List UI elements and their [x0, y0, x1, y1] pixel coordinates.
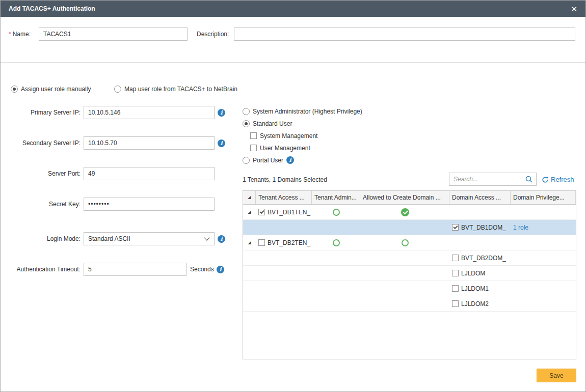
table-row[interactable]: ◢ BVT_DB1TEN_ — [243, 205, 576, 220]
checkbox-icon[interactable] — [250, 132, 257, 139]
column-tenant-admin[interactable]: Tenant Admin... — [312, 191, 360, 204]
header-expander-cell[interactable]: ◢ — [243, 191, 256, 204]
table-header: ◢ Tenant Access ... Tenant Admin... Allo… — [243, 191, 576, 205]
radio-icon[interactable] — [243, 108, 250, 115]
circle-status-icon[interactable] — [333, 239, 340, 246]
login-mode-label: Login Mode: — [1, 232, 81, 245]
radio-map-tacacs[interactable]: Map user role from TACACS+ to NetBrain — [114, 85, 237, 93]
tenant-table: ◢ Tenant Access ... Tenant Admin... Allo… — [243, 190, 576, 359]
expander-icon[interactable]: ◢ — [248, 241, 251, 245]
refresh-icon — [542, 176, 549, 183]
domain-name: BVT_DB1DOM_ — [461, 224, 506, 231]
radio-system-admin-label: System Administrator (Highest Privilege) — [253, 108, 362, 115]
checkbox-system-management[interactable]: System Management — [250, 132, 317, 139]
table-row[interactable]: BVT_DB2DOM_ — [243, 250, 576, 266]
refresh-label: Refresh — [551, 176, 574, 183]
name-input[interactable] — [39, 27, 188, 41]
checkbox-user-management[interactable]: User Management — [250, 144, 310, 152]
checkbox-icon[interactable] — [250, 145, 257, 151]
section-divider — [1, 62, 585, 63]
domain-name: LJLDOM2 — [461, 300, 489, 307]
radio-map-tacacs-label: Map user role from TACACS+ to NetBrain — [124, 86, 237, 93]
checkbox-icon[interactable] — [452, 300, 459, 307]
column-tenant-access[interactable]: Tenant Access ... — [256, 191, 312, 204]
checkbox-icon[interactable] — [258, 239, 265, 246]
checkbox-icon[interactable] — [452, 224, 459, 231]
radio-icon[interactable] — [243, 157, 250, 164]
checkbox-icon[interactable] — [258, 209, 265, 215]
table-row[interactable]: ◢ BVT_DB2TEN_ — [243, 235, 576, 250]
dialog-title: Add TACACS+ Authentication — [9, 5, 95, 12]
domain-name: BVT_DB2DOM_ — [461, 255, 506, 262]
refresh-button[interactable]: Refresh — [542, 176, 574, 183]
checkbox-icon[interactable] — [452, 255, 459, 261]
column-domain-privilege[interactable]: Domain Privilege... — [511, 191, 576, 204]
dialog-titlebar: Add TACACS+ Authentication ✕ — [1, 1, 585, 17]
table-row[interactable]: LJLDOM — [243, 266, 576, 281]
info-icon[interactable]: i — [218, 235, 225, 243]
checkbox-icon[interactable] — [452, 270, 459, 276]
radio-standard-user-label: Standard User — [253, 120, 292, 127]
name-label: *Name: — [9, 27, 31, 41]
radio-icon[interactable] — [11, 86, 18, 93]
info-icon[interactable]: i — [286, 156, 294, 164]
radio-assign-manual-label: Assign user role manually — [21, 86, 91, 93]
server-port-input[interactable] — [84, 167, 215, 180]
secret-key-label: Secret Key: — [1, 198, 81, 211]
domain-name: LJLDOM — [461, 270, 485, 277]
add-tacacs-dialog: Add TACACS+ Authentication ✕ *Name: Desc… — [0, 0, 586, 392]
expander-icon: ◢ — [248, 195, 251, 200]
chevron-down-icon — [204, 235, 209, 240]
search-icon[interactable] — [525, 175, 533, 183]
radio-assign-manual[interactable]: Assign user role manually — [11, 85, 91, 93]
table-row[interactable]: BVT_DB1DOM_ 1 role — [243, 220, 576, 235]
radio-system-admin[interactable]: System Administrator (Highest Privilege) — [243, 107, 362, 115]
circle-status-icon[interactable] — [402, 239, 409, 246]
timeout-suffix: Seconds — [190, 263, 214, 276]
radio-icon[interactable] — [243, 120, 250, 127]
server-port-label: Server Port: — [1, 167, 81, 180]
checkbox-user-management-label: User Management — [260, 145, 310, 152]
tenant-name: BVT_DB1TEN_ — [268, 209, 310, 216]
check-status-icon[interactable] — [401, 208, 409, 216]
radio-icon[interactable] — [114, 86, 121, 93]
expander-icon[interactable]: ◢ — [248, 210, 251, 214]
secondary-ip-label: Secondary Server IP: — [1, 136, 81, 150]
info-icon[interactable]: i — [218, 139, 225, 147]
login-mode-value: Standard ASCII — [88, 235, 130, 242]
info-icon[interactable]: i — [218, 109, 225, 117]
column-allowed-create-domain[interactable]: Allowed to Create Domain ... — [360, 191, 449, 204]
primary-ip-label: Primary Server IP: — [1, 106, 81, 119]
timeout-input[interactable] — [84, 263, 187, 276]
table-row[interactable]: LJLDOM2 — [243, 296, 576, 312]
tenant-search — [449, 173, 537, 186]
required-asterisk: * — [9, 31, 11, 38]
save-button[interactable]: Save — [537, 369, 576, 382]
checkbox-icon[interactable] — [452, 285, 459, 292]
radio-portal-user[interactable]: Portal User i — [243, 156, 294, 164]
login-mode-select[interactable]: Standard ASCII — [84, 232, 215, 245]
secret-key-input[interactable] — [84, 198, 215, 211]
radio-portal-user-label: Portal User — [253, 157, 283, 164]
primary-ip-input[interactable] — [84, 106, 215, 119]
info-icon[interactable]: i — [217, 266, 224, 273]
timeout-label: Authentication Timeout: — [1, 263, 81, 276]
column-domain-access[interactable]: Domain Access ... — [449, 191, 511, 204]
description-input[interactable] — [234, 27, 575, 41]
radio-standard-user[interactable]: Standard User — [243, 120, 292, 127]
domain-name: LJLDOM1 — [461, 285, 489, 292]
circle-status-icon[interactable] — [333, 209, 340, 216]
table-row[interactable]: LJLDOM1 — [243, 281, 576, 296]
close-icon[interactable]: ✕ — [571, 5, 577, 13]
search-input[interactable] — [452, 175, 525, 183]
description-label: Description: — [197, 27, 229, 41]
role-link[interactable]: 1 role — [513, 224, 528, 231]
tenant-name: BVT_DB2TEN_ — [268, 239, 310, 246]
checkbox-system-management-label: System Management — [260, 132, 317, 139]
selection-summary: 1 Tenants, 1 Domains Selected — [243, 176, 327, 183]
secondary-ip-input[interactable] — [84, 136, 215, 150]
